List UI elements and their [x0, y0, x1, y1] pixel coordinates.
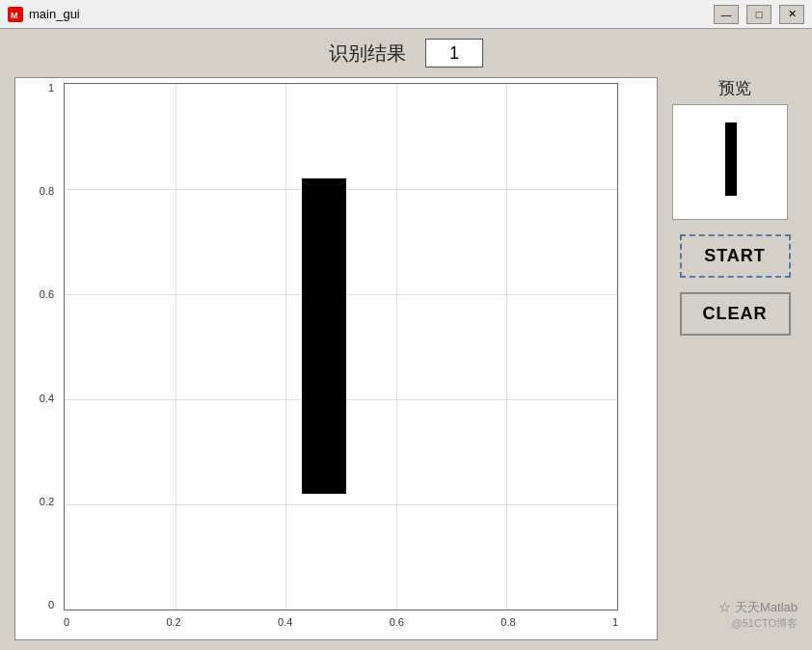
y-axis: 1 0.8 0.6 0.4 0.2 0 — [15, 83, 59, 610]
svg-text:M: M — [11, 11, 18, 20]
body-row: 1 0.8 0.6 0.4 0.2 0 0 0.2 0.4 0.6 0.8 1 — [14, 77, 798, 640]
x-label-0: 0 — [64, 616, 69, 628]
watermark-line1: ☆ 天天Matlab — [718, 599, 798, 616]
x-label-1: 1 — [612, 616, 618, 628]
grid-v-04 — [285, 84, 286, 609]
watermark: ☆ 天天Matlab @51CTO博客 — [718, 599, 798, 631]
grid-h-02 — [65, 504, 617, 505]
y-label-08: 0.8 — [40, 186, 54, 197]
x-axis: 0 0.2 0.4 0.6 0.8 1 — [64, 612, 618, 639]
preview-section: 预览 — [672, 77, 798, 220]
start-button[interactable]: START — [680, 234, 791, 278]
titlebar: M main_gui — □ ✕ — [0, 0, 812, 29]
plot-canvas[interactable] — [64, 83, 618, 610]
result-value-box: 1 — [425, 39, 483, 68]
preview-box — [672, 104, 788, 220]
x-label-08: 0.8 — [501, 616, 515, 628]
watermark-line2: @51CTO博客 — [718, 616, 798, 631]
digit-shape — [302, 178, 346, 494]
y-label-06: 0.6 — [40, 289, 54, 300]
minimize-button[interactable]: — — [714, 5, 739, 24]
header-row: 识别结果 1 — [14, 39, 798, 68]
clear-button[interactable]: CLEAR — [680, 292, 791, 336]
result-label: 识别结果 — [329, 41, 406, 67]
x-label-04: 0.4 — [278, 616, 292, 628]
grid-v-06 — [396, 84, 397, 609]
window-title: main_gui — [29, 7, 80, 21]
result-value: 1 — [449, 43, 459, 64]
y-label-02: 0.2 — [40, 497, 54, 507]
titlebar-controls: — □ ✕ — [714, 5, 804, 24]
right-panel: 预览 START CLEAR — [672, 77, 798, 640]
preview-digit-shape — [725, 122, 737, 197]
y-label-04: 0.4 — [40, 393, 54, 404]
restore-button[interactable]: □ — [746, 5, 771, 24]
titlebar-left: M main_gui — [8, 7, 80, 22]
y-label-0: 0 — [48, 600, 54, 610]
preview-label: 预览 — [672, 77, 798, 99]
x-label-02: 0.2 — [166, 616, 180, 628]
main-content: 识别结果 1 1 0.8 0.6 0.4 0.2 0 0 0.2 0.4 0.6 — [0, 29, 812, 650]
app-icon: M — [8, 7, 23, 22]
grid-v-08 — [506, 84, 507, 609]
close-button[interactable]: ✕ — [779, 5, 804, 24]
x-label-06: 0.6 — [390, 616, 404, 628]
y-label-1: 1 — [48, 83, 54, 94]
plot-area[interactable]: 1 0.8 0.6 0.4 0.2 0 0 0.2 0.4 0.6 0.8 1 — [14, 77, 658, 640]
grid-v-02 — [176, 84, 176, 609]
